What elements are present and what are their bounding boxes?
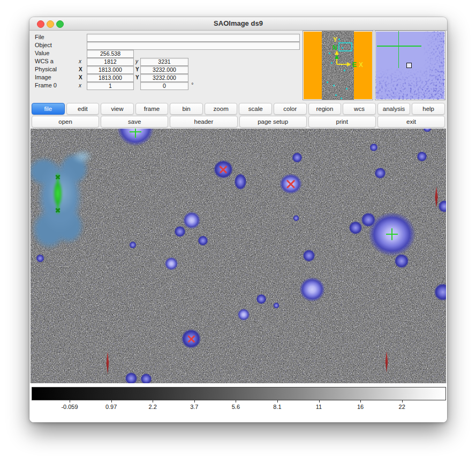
panner[interactable]: Y N E X <box>303 31 373 100</box>
crosshair-v-bar <box>135 129 137 138</box>
file-value-field <box>87 34 300 42</box>
window-title: SAOImage ds9 <box>29 17 447 30</box>
info-row-physical: Physical X 1813.000 Y 3232.000 <box>29 66 303 73</box>
menu-view[interactable]: view <box>101 103 134 115</box>
info-row-object: Object <box>29 42 303 49</box>
star-blob <box>293 215 299 221</box>
star-blob <box>303 249 315 262</box>
colorbar-tick-label: -0.059 <box>61 404 78 410</box>
frame-rotation-field: 0 <box>140 82 188 90</box>
wcs-label: WCS a <box>35 58 54 64</box>
galaxy-core <box>54 180 62 207</box>
star-blob <box>183 211 201 229</box>
star-blob <box>292 152 302 162</box>
file-button-row: opensaveheaderpage setupprintexit <box>32 116 445 126</box>
magnifier-crosshair-v <box>398 31 399 68</box>
panner-y-label: Y <box>333 36 337 43</box>
colorbar-tick <box>153 400 153 403</box>
star-blob <box>237 308 250 321</box>
frame-label: Frame 0 <box>35 82 57 88</box>
value-field: 256.538 <box>87 50 134 58</box>
star-blob <box>417 151 427 161</box>
desktop: { "window": { "title": "SAOImage ds9" },… <box>0 0 476 462</box>
wcs-x-key: x <box>79 58 81 64</box>
object-value-field <box>87 42 300 50</box>
star-blob <box>256 294 266 304</box>
image-y-field: 3232.000 <box>140 74 188 82</box>
colorbar-tick-label: 22 <box>399 404 405 410</box>
magnifier[interactable] <box>375 31 445 100</box>
menu-bin[interactable]: bin <box>170 103 203 115</box>
button-save[interactable]: save <box>101 116 168 128</box>
green-crosshair-marker <box>130 129 141 138</box>
menu-row: fileeditviewframebinzoomscalecolorregion… <box>32 103 445 114</box>
wcs-y-field: 3231 <box>140 58 188 66</box>
image-viewport[interactable] <box>31 129 446 383</box>
info-row-image: Image X 1813.000 Y 3232.000 <box>29 74 303 81</box>
physical-label: Physical <box>35 66 57 72</box>
panner-viewbox[interactable] <box>339 43 352 51</box>
menu-help[interactable]: help <box>412 103 445 115</box>
colorbar-tick <box>360 400 361 403</box>
colorbar-tick <box>319 400 320 403</box>
menu-zoom[interactable]: zoom <box>205 103 238 115</box>
colorbar-tick <box>111 400 112 403</box>
colorbar-tick-label: 16 <box>357 404 364 410</box>
wcs-x-field: 1812 <box>87 58 134 66</box>
green-x-marker <box>56 175 61 180</box>
star-blob <box>140 373 152 383</box>
image-x-key: X <box>79 74 82 80</box>
colorbar-tick-label: 2.2 <box>149 404 157 410</box>
colorbar-tick <box>70 400 70 403</box>
colorbar-tick-label: 5.6 <box>232 404 240 410</box>
physical-y-field: 3232.000 <box>140 66 188 74</box>
degree-unit: ° <box>191 82 193 88</box>
red-x-marker <box>219 165 228 174</box>
red-x-marker <box>187 335 195 343</box>
star-blob <box>174 226 186 237</box>
magnifier-crosshair-h <box>377 46 421 47</box>
info-row-file: File <box>29 34 303 41</box>
star-blob <box>374 167 386 179</box>
colorbar-tick-label: 11 <box>316 404 322 410</box>
image-y-key: Y <box>135 74 139 80</box>
physical-y-key: Y <box>135 66 139 72</box>
menu-frame[interactable]: frame <box>135 103 169 115</box>
magnifier-cursor-box <box>406 63 412 68</box>
file-label: File <box>35 34 44 40</box>
x-axis-arrow-icon <box>347 62 351 66</box>
menu-color[interactable]: color <box>274 103 307 115</box>
menu-scale[interactable]: scale <box>239 103 272 115</box>
colorbar-tick <box>277 400 278 403</box>
menu-file[interactable]: file <box>32 103 65 115</box>
north-arrow-icon <box>335 55 339 59</box>
colorbar-tick-label: 3.7 <box>190 404 198 410</box>
ds9-window: SAOImage ds9 File Object Value 256.538 W… <box>29 17 447 422</box>
frame-zoom-field: 1 <box>87 82 134 90</box>
panner-n-label: N <box>333 44 337 51</box>
object-label: Object <box>35 42 52 48</box>
image-x-field: 1813.000 <box>87 74 134 82</box>
value-label: Value <box>35 50 49 56</box>
button-open[interactable]: open <box>32 116 99 128</box>
star-blob <box>299 277 326 302</box>
button-exit[interactable]: exit <box>377 116 445 128</box>
info-row-frame: Frame 0 x 1 0 ° <box>29 82 303 90</box>
colorbar-tick <box>194 400 195 403</box>
menu-region[interactable]: region <box>308 103 342 115</box>
button-print[interactable]: print <box>308 116 376 128</box>
button-header[interactable]: header <box>170 116 237 128</box>
button-page-setup[interactable]: page setup <box>239 116 307 128</box>
menu-analysis[interactable]: analysis <box>377 103 411 115</box>
colorbar[interactable] <box>32 387 446 400</box>
menu-wcs[interactable]: wcs <box>343 103 376 115</box>
panner-x-label: X <box>359 61 363 69</box>
wcs-y-key: y <box>135 58 138 64</box>
title-bar[interactable]: SAOImage ds9 <box>29 17 447 31</box>
panner-compass: Y N E X <box>303 31 373 100</box>
menu-edit[interactable]: edit <box>66 103 100 115</box>
physical-x-key: X <box>79 66 82 72</box>
star-blob <box>198 235 208 245</box>
info-row-wcs: WCS a x 1812 y 3231 <box>29 58 303 65</box>
star-blob <box>434 283 446 301</box>
